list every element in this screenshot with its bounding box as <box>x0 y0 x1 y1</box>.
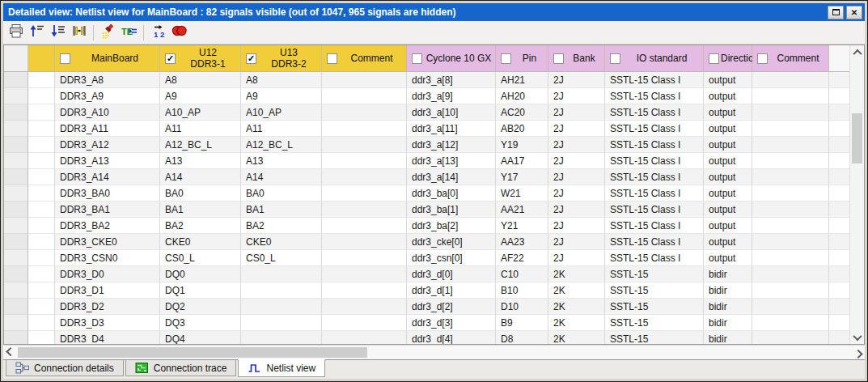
column-header-io-standard[interactable]: IO standard <box>605 45 704 72</box>
row-select-cell[interactable] <box>28 72 55 88</box>
row-header[interactable] <box>4 185 28 202</box>
row-select-cell[interactable] <box>28 315 55 331</box>
column-checkbox-pin[interactable] <box>501 53 511 64</box>
vertical-scroll-thumb[interactable] <box>852 113 862 163</box>
table-row-DDR3_D2[interactable]: DDR3_D2DQ2ddr3_d[2]D102KSSTL-15bidir <box>4 299 850 315</box>
row-header[interactable] <box>4 218 28 234</box>
column-header-comment-fpga[interactable]: Comment <box>752 45 829 72</box>
table-row-DDR3_CKE0[interactable]: DDR3_CKE0CKE0CKE0ddr3_cke[0]AA232JSSTL-1… <box>4 234 850 250</box>
column-header-bank[interactable]: Bank <box>548 45 605 72</box>
table-row-DDR3_BA0[interactable]: DDR3_BA0BA0BA0ddr3_ba[0]W212JSSTL-15 Cla… <box>4 185 850 202</box>
column-header-comment-board[interactable]: Comment <box>322 45 407 72</box>
table-row-DDR3_A14[interactable]: DDR3_A14A14A14ddr3_a[14]Y172JSSTL-15 Cla… <box>4 169 850 185</box>
row-select-cell[interactable] <box>28 202 55 218</box>
scroll-left-button[interactable] <box>3 346 17 359</box>
column-checkbox-io-standard[interactable] <box>610 53 620 64</box>
row-header[interactable] <box>4 121 28 137</box>
row-select-cell[interactable] <box>28 282 55 299</box>
table-row-DDR3_A9[interactable]: DDR3_A9A9A9ddr3_a[9]AH202JSSTL-15 Class … <box>4 88 850 104</box>
row-select-cell[interactable] <box>28 88 55 104</box>
cell-pin: B9 <box>496 315 548 331</box>
fit-columns-button[interactable] <box>69 23 89 42</box>
row-select-cell[interactable] <box>28 299 55 315</box>
table-row-DDR3_CSN0[interactable]: DDR3_CSN0CS0_LCS0_Lddr3_csn[0]AF222JSSTL… <box>4 250 850 266</box>
row-select-cell[interactable] <box>28 104 55 121</box>
scroll-down-button[interactable] <box>850 330 864 344</box>
maximize-button[interactable] <box>828 6 844 19</box>
row-header[interactable] <box>4 72 28 88</box>
scroll-up-button[interactable] <box>850 45 864 59</box>
row-select-cell[interactable] <box>28 185 55 202</box>
row-header[interactable] <box>4 299 28 315</box>
row-select-cell[interactable] <box>28 234 55 250</box>
table-row-DDR3_D1[interactable]: DDR3_D1DQ1ddr3_d[1]B102KSSTL-15bidir <box>4 282 850 299</box>
column-header-select[interactable] <box>28 45 55 72</box>
row-header[interactable] <box>4 234 28 250</box>
tab-netlist-view[interactable]: Netlist view <box>238 359 325 377</box>
table-row-DDR3_A10[interactable]: DDR3_A10A10_APA10_APddr3_a[10]AC202JSSTL… <box>4 104 850 121</box>
row-header[interactable] <box>4 250 28 266</box>
row-select-cell[interactable] <box>28 266 55 282</box>
compare-button[interactable]: TE <box>119 23 139 42</box>
row-header[interactable] <box>4 153 28 169</box>
table-row-DDR3_BA2[interactable]: DDR3_BA2BA2BA2ddr3_ba[2]Y212JSSTL-15 Cla… <box>4 218 850 234</box>
horizontal-scrollbar[interactable] <box>3 345 865 359</box>
column-header-u12[interactable]: ✓U12 DDR3-1 <box>160 45 241 72</box>
table-row-DDR3_D3[interactable]: DDR3_D3DQ3ddr3_d[3]B92KSSTL-15bidir <box>4 315 850 331</box>
column-header-row-header[interactable] <box>4 45 28 72</box>
cell-mainboard: DDR3_A12 <box>55 137 160 153</box>
column-checkbox-cyclone-10-gx[interactable] <box>412 53 422 64</box>
row-select-cell[interactable] <box>28 331 55 344</box>
cell-u13: A8 <box>241 72 322 88</box>
column-header-mainboard[interactable]: MainBoard <box>55 45 160 72</box>
column-checkbox-mainboard[interactable] <box>60 53 70 64</box>
row-header[interactable] <box>4 282 28 299</box>
vertical-scrollbar[interactable] <box>849 45 864 344</box>
row-select-cell[interactable] <box>28 250 55 266</box>
cell-comment-fpga <box>752 266 829 282</box>
column-checkbox-bank[interactable] <box>553 53 564 64</box>
row-header[interactable] <box>4 266 28 282</box>
table-row-DDR3_D4[interactable]: DDR3_D4DQ4ddr3_d[4]D82KSSTL-15bidir <box>4 331 850 344</box>
row-select-cell[interactable] <box>28 121 55 137</box>
row-header[interactable] <box>4 202 28 218</box>
close-button[interactable]: ✕ <box>846 6 862 19</box>
row-select-cell[interactable] <box>28 218 55 234</box>
highlight-button[interactable] <box>98 23 118 42</box>
column-header-u13[interactable]: ✓U13 DDR3-2 <box>241 45 322 72</box>
column-checkbox-comment-fpga[interactable] <box>757 53 768 64</box>
horizontal-scroll-thumb[interactable] <box>18 347 367 358</box>
print-button[interactable] <box>6 23 26 42</box>
row-select-cell[interactable] <box>28 153 55 169</box>
table-row-DDR3_A12[interactable]: DDR3_A12A12_BC_LA12_BC_Lddr3_a[12]Y192JS… <box>4 137 850 153</box>
rings-button[interactable] <box>169 23 189 42</box>
tab-connection-trace[interactable]: Connection trace <box>125 360 237 376</box>
table-row-DDR3_D0[interactable]: DDR3_D0DQ0ddr3_d[0]C102KSSTL-15bidir <box>4 266 850 282</box>
row-header[interactable] <box>4 104 28 121</box>
row-header[interactable] <box>4 331 28 344</box>
move-last-button[interactable] <box>48 23 68 42</box>
tab-connection-details[interactable]: Connection details <box>6 360 124 376</box>
order-button[interactable]: 1 2 <box>148 23 168 42</box>
row-header[interactable] <box>4 137 28 153</box>
row-select-cell[interactable] <box>28 137 55 153</box>
column-checkbox-u13[interactable]: ✓ <box>246 53 256 64</box>
highlight-icon <box>100 23 116 42</box>
table-row-DDR3_A8[interactable]: DDR3_A8A8A8ddr3_a[8]AH212JSSTL-15 Class … <box>4 72 850 88</box>
column-checkbox-direction[interactable] <box>709 53 719 64</box>
column-checkbox-comment-board[interactable] <box>327 53 337 64</box>
row-select-cell[interactable] <box>28 169 55 185</box>
column-checkbox-u12[interactable]: ✓ <box>165 53 176 64</box>
row-header[interactable] <box>4 88 28 104</box>
column-header-direction[interactable]: Direction <box>704 45 752 72</box>
table-row-DDR3_A13[interactable]: DDR3_A13A13A13ddr3_a[13]AA172JSSTL-15 Cl… <box>4 153 850 169</box>
column-header-cyclone-10-gx[interactable]: Cyclone 10 GX <box>407 45 496 72</box>
scroll-right-button[interactable] <box>851 346 865 359</box>
column-header-pin[interactable]: Pin <box>496 45 548 72</box>
row-header[interactable] <box>4 315 28 331</box>
table-row-DDR3_BA1[interactable]: DDR3_BA1BA1BA1ddr3_ba[1]AA212JSSTL-15 Cl… <box>4 202 850 218</box>
table-row-DDR3_A11[interactable]: DDR3_A11A11A11ddr3_a[11]AB202JSSTL-15 Cl… <box>4 121 850 137</box>
cell-comment-fpga <box>752 315 829 331</box>
row-header[interactable] <box>4 169 28 185</box>
move-first-button[interactable] <box>27 23 47 42</box>
